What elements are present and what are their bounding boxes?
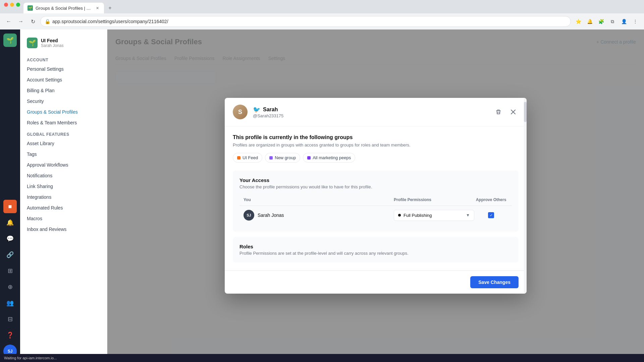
toolbar-actions: ⭐ 🔔 🧩 ⧉ 👤 ⋮ [574, 17, 640, 26]
sidebar-item-account-settings[interactable]: Account Settings [20, 74, 107, 85]
col-approve-others: Approve Others [474, 197, 508, 203]
modal-user-avatar: S [233, 105, 248, 119]
status-bar: Waiting for api-iam.intercom.io... [0, 354, 644, 362]
new-tab-button[interactable]: + [105, 3, 115, 13]
sprout-logo-icon[interactable]: 🌱 [3, 34, 17, 47]
sidebar-item-asset-library[interactable]: Asset Library [20, 138, 107, 149]
groups-section-title: This profile is currently in the followi… [233, 134, 519, 140]
user-initials: SJ [244, 210, 254, 221]
group-chip-new-group[interactable]: New group [265, 153, 300, 163]
link-sharing-label: Link Sharing [27, 184, 53, 189]
sidebar-item-notifications[interactable]: Notifications [20, 170, 107, 181]
modal-scrollbar-thumb[interactable] [524, 102, 527, 122]
nav-icon-plus-circle[interactable]: ⊕ [3, 280, 17, 294]
delete-button[interactable] [493, 107, 504, 117]
sidebar-item-billing-plan[interactable]: Billing & Plan [20, 85, 107, 96]
close-button[interactable] [508, 107, 519, 117]
nav-icon-link[interactable]: 🔗 [3, 248, 17, 261]
minimize-window-btn[interactable] [10, 3, 14, 7]
notifications-label: Notifications [27, 173, 52, 178]
back-button[interactable]: ← [4, 17, 13, 26]
group-chip-all-marketing[interactable]: All marketing peeps [303, 153, 355, 163]
bookmark-icon[interactable]: ⭐ [574, 17, 583, 26]
sidebar-item-personal-settings[interactable]: Personal Settings [20, 64, 107, 74]
twitter-icon: 🐦 [253, 106, 260, 113]
permission-select[interactable]: Full Publishing ▼ [394, 210, 474, 221]
account-settings-label: Account Settings [27, 77, 62, 82]
sidebar-item-integrations[interactable]: Integrations [20, 192, 107, 202]
sidebar-item-automated-rules[interactable]: Automated Rules [20, 202, 107, 213]
automated-rules-label: Automated Rules [27, 205, 63, 210]
profile-modal: S 🐦 Sarah @Sarah233175 [225, 98, 527, 294]
sidebar-item-link-sharing[interactable]: Link Sharing [20, 181, 107, 192]
approve-checkbox-cell: ✓ [474, 212, 508, 218]
modal-user-handle: @Sarah233175 [253, 113, 488, 118]
access-section: Your Access Choose the profile permissio… [233, 171, 519, 232]
groups-section: This profile is currently in the followi… [233, 134, 519, 163]
groups-section-desc: Profiles are organized in groups with ac… [233, 142, 519, 147]
new-group-chip-label: New group [275, 155, 296, 160]
sidebar-user-name: Sarah Jonas [41, 43, 63, 48]
close-window-btn[interactable] [4, 3, 8, 7]
all-marketing-chip-dot [307, 156, 311, 160]
col-you: You [244, 197, 394, 203]
reload-button[interactable]: ↻ [28, 17, 38, 26]
billing-plan-label: Billing & Plan [27, 88, 55, 93]
approve-others-checkbox[interactable]: ✓ [488, 212, 494, 218]
sidebar-item-inbox-reviews[interactable]: Inbox and Reviews [20, 224, 107, 235]
save-changes-button[interactable]: Save Changes [470, 276, 519, 288]
access-section-desc: Choose the profile permissions you would… [239, 184, 512, 189]
tab-close-btn[interactable]: ✕ [95, 5, 100, 11]
nav-icon-orange[interactable]: ■ [3, 200, 17, 213]
integrations-label: Integrations [27, 194, 51, 200]
content-area: Groups & Social Profiles + Connect a pro… [107, 29, 644, 362]
nav-icon-message[interactable]: 💬 [3, 232, 17, 245]
modal-header: S 🐦 Sarah @Sarah233175 [225, 98, 527, 126]
sidebar-item-approval-workflows[interactable]: Approval Workflows [20, 160, 107, 170]
menu-icon[interactable]: ⋮ [631, 17, 640, 26]
group-chip-ui-feed[interactable]: UI Feed [233, 153, 262, 163]
col-profile-permissions: Profile Permissions [394, 197, 474, 203]
modal-user-name-text: Sarah [263, 107, 278, 113]
profile-icon[interactable]: 👤 [619, 17, 629, 26]
user-cell: SJ Sarah Jonas [244, 210, 394, 221]
nav-icon-users[interactable]: 👥 [3, 296, 17, 310]
sidebar-item-groups-social-profiles[interactable]: Groups & Social Profiles [20, 107, 107, 117]
modal-header-actions [493, 107, 519, 117]
permission-value: Full Publishing [404, 213, 432, 218]
modal-user-name-row: 🐦 Sarah [253, 106, 488, 113]
sidebar-item-security[interactable]: Security [20, 96, 107, 107]
browser-chrome: 🌱 Groups & Social Profiles | Settin... ✕… [0, 0, 644, 29]
table-row: SJ Sarah Jonas Full Publishing ▼ [239, 206, 512, 225]
inbox-reviews-label: Inbox and Reviews [27, 227, 66, 232]
browser-tab-active[interactable]: 🌱 Groups & Social Profiles | Settin... ✕ [23, 3, 104, 13]
access-table: You Profile Permissions Approve Others S… [239, 195, 512, 225]
forward-button[interactable]: → [16, 17, 25, 26]
sidebar-item-tags[interactable]: Tags [20, 149, 107, 160]
modal-scrollbar-track[interactable] [524, 98, 527, 294]
ui-feed-chip-label: UI Feed [243, 155, 258, 160]
icon-sidebar: 🌱 ■ 🔔 💬 🔗 ⊞ ⊕ 👥 ⊟ ❓ SJ [0, 29, 20, 362]
modal-overlay: S 🐦 Sarah @Sarah233175 [107, 29, 644, 362]
nav-icon-bell[interactable]: 🔔 [3, 216, 17, 229]
sidebar-app-name: UI Feed [41, 38, 63, 43]
initials-text: SJ [247, 213, 251, 217]
main-layout: 🌱 ■ 🔔 💬 🔗 ⊞ ⊕ 👥 ⊟ ❓ SJ 🌱 UI Feed Sarah J… [0, 29, 644, 362]
address-text: app.sproutsocial.com/settings/users/comp… [52, 19, 168, 24]
new-group-chip-dot [269, 156, 273, 160]
macros-label: Macros [27, 216, 42, 221]
sidebar-item-roles-team-members[interactable]: Roles & Team Members [20, 117, 107, 128]
nav-icon-table[interactable]: ⊟ [3, 312, 17, 326]
permission-select-cell: Full Publishing ▼ [394, 210, 474, 221]
nav-icon-grid[interactable]: ⊞ [3, 264, 17, 278]
maximize-window-btn[interactable] [16, 3, 20, 7]
split-view-icon[interactable]: ⧉ [608, 17, 617, 26]
window-controls[interactable] [4, 3, 20, 7]
address-bar[interactable]: 🔒 app.sproutsocial.com/settings/users/co… [40, 16, 571, 27]
extensions-icon[interactable]: 🧩 [596, 17, 606, 26]
nav-icon-question[interactable]: ❓ [3, 328, 17, 342]
groups-chips-container: UI Feed New group All marketing peeps [233, 153, 519, 163]
sidebar-item-macros[interactable]: Macros [20, 213, 107, 224]
tags-label: Tags [27, 152, 37, 157]
extension-bell-icon[interactable]: 🔔 [585, 17, 594, 26]
